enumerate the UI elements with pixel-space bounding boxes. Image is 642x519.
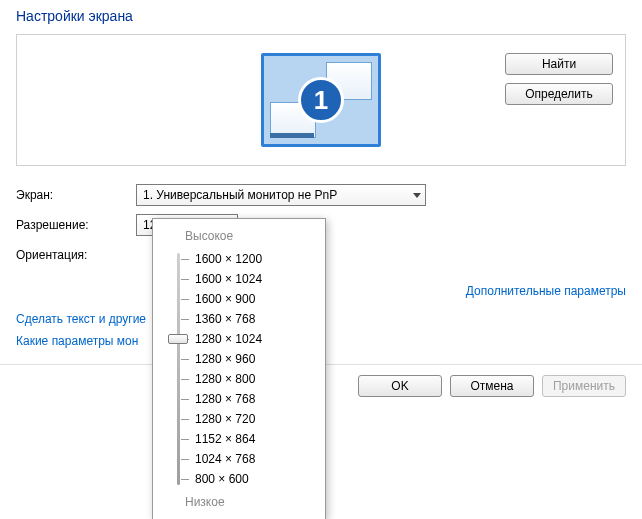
slider-tick xyxy=(181,319,189,320)
slider-tick xyxy=(181,439,189,440)
resolution-option[interactable]: 1280 × 960 xyxy=(195,349,262,369)
resolution-option[interactable]: 1280 × 800 xyxy=(195,369,262,389)
ok-button[interactable]: OK xyxy=(358,375,442,397)
resolution-option[interactable]: 1600 × 1024 xyxy=(195,269,262,289)
resolution-option[interactable]: 1280 × 720 xyxy=(195,409,262,429)
orientation-label: Ориентация: xyxy=(16,248,136,262)
resolution-option[interactable]: 1600 × 1200 xyxy=(195,249,262,269)
advanced-settings-link[interactable]: Дополнительные параметры xyxy=(466,284,626,298)
resolution-label: Разрешение: xyxy=(16,218,136,232)
resolution-slider-track[interactable] xyxy=(161,249,195,489)
resolution-option[interactable]: 1024 × 768 xyxy=(195,449,262,469)
slider-tick xyxy=(181,459,189,460)
resolution-option[interactable]: 1280 × 768 xyxy=(195,389,262,409)
slider-tick xyxy=(181,259,189,260)
slider-tick xyxy=(181,379,189,380)
page-title: Настройки экрана xyxy=(0,0,642,34)
screen-dropdown-value: 1. Универсальный монитор не PnP xyxy=(143,188,337,202)
slider-tick xyxy=(181,359,189,360)
resolution-option[interactable]: 1280 × 1024 xyxy=(195,329,262,349)
screen-dropdown[interactable]: 1. Универсальный монитор не PnP xyxy=(136,184,426,206)
resolution-option[interactable]: 1360 × 768 xyxy=(195,309,262,329)
monitor-preview-panel: 1 Найти Определить xyxy=(16,34,626,166)
chevron-down-icon xyxy=(413,193,421,198)
apply-button[interactable]: Применить xyxy=(542,375,626,397)
slider-tick xyxy=(181,479,189,480)
slider-low-label: Низкое xyxy=(185,495,317,509)
slider-high-label: Высокое xyxy=(185,229,317,243)
screen-label: Экран: xyxy=(16,188,136,202)
find-button[interactable]: Найти xyxy=(505,53,613,75)
resolution-option[interactable]: 1152 × 864 xyxy=(195,429,262,449)
slider-tick xyxy=(181,279,189,280)
slider-tick xyxy=(181,399,189,400)
resolution-slider-popup: Высокое 1600 × 12001600 × 10241600 × 900… xyxy=(152,218,326,519)
resolution-option[interactable]: 800 × 600 xyxy=(195,469,262,489)
monitor-number: 1 xyxy=(298,77,344,123)
slider-tick xyxy=(181,419,189,420)
resolution-option[interactable]: 1600 × 900 xyxy=(195,289,262,309)
detect-button[interactable]: Определить xyxy=(505,83,613,105)
cancel-button[interactable]: Отмена xyxy=(450,375,534,397)
monitor-thumbnail[interactable]: 1 xyxy=(261,53,381,147)
slider-tick xyxy=(181,299,189,300)
slider-thumb[interactable] xyxy=(168,334,188,344)
